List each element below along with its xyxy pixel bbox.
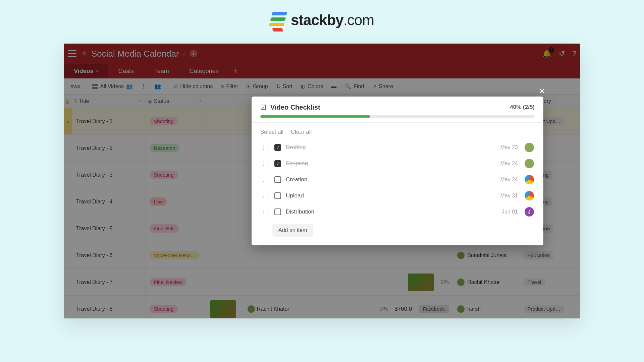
checkbox[interactable] — [274, 192, 281, 199]
drag-handle-icon[interactable]: ⋮⋮ — [261, 161, 270, 167]
due-date: May 23 — [500, 144, 518, 150]
checklist-label[interactable]: Distribution — [286, 208, 497, 215]
checklist-item: ⋮⋮ ✓ Drafting May 23 — [260, 140, 535, 155]
checklist-item: ⋮⋮ Creation May 24 — [260, 172, 535, 187]
brand-logo: stackby.com — [270, 10, 374, 30]
progress-fill — [260, 115, 370, 118]
checklist-item: ⋮⋮ Upload May 31 — [260, 188, 535, 203]
drag-handle-icon[interactable]: ⋮⋮ — [261, 144, 270, 150]
checklist-item: ⋮⋮ ✓ Scripting May 24 — [260, 156, 535, 171]
checklist-icon: ☑ — [260, 103, 266, 111]
checklist-item: ⋮⋮ Distribution Jun 01 J — [260, 204, 535, 219]
checklist-label[interactable]: Drafting — [286, 144, 496, 151]
due-date: Jun 01 — [502, 209, 518, 215]
checklist-modal: ✕ ☑ Video Checklist 40% (2/5) Select all… — [252, 97, 543, 245]
checkbox[interactable]: ✓ — [274, 144, 281, 151]
due-date: May 24 — [500, 177, 518, 183]
checklist-label[interactable]: Upload — [286, 192, 496, 199]
brand-mark-icon — [270, 10, 287, 30]
close-icon[interactable]: ✕ — [539, 86, 545, 96]
progress-bar — [260, 115, 535, 118]
progress-label: 40% (2/5) — [510, 104, 535, 111]
checkbox[interactable]: ✓ — [274, 160, 281, 167]
drag-handle-icon[interactable]: ⋮⋮ — [261, 209, 270, 215]
assignee-avatar[interactable] — [525, 175, 534, 184]
modal-title: Video Checklist — [270, 104, 506, 111]
drag-handle-icon[interactable]: ⋮⋮ — [261, 177, 270, 183]
checklist-items: ⋮⋮ ✓ Drafting May 23 ⋮⋮ ✓ Scripting May … — [260, 140, 535, 219]
assignee-avatar[interactable] — [525, 159, 534, 168]
select-all-button[interactable]: Select all — [260, 129, 283, 135]
checklist-label[interactable]: Creation — [286, 176, 496, 183]
checkbox[interactable] — [274, 176, 281, 183]
assignee-avatar[interactable] — [525, 191, 534, 200]
checklist-label[interactable]: Scripting — [286, 160, 496, 167]
add-item-button[interactable]: Add an item — [272, 224, 313, 237]
due-date: May 31 — [500, 193, 518, 199]
checkbox[interactable] — [274, 208, 281, 215]
drag-handle-icon[interactable]: ⋮⋮ — [261, 193, 270, 199]
due-date: May 24 — [500, 161, 518, 167]
assignee-avatar[interactable] — [525, 143, 534, 152]
assignee-avatar[interactable]: J — [525, 207, 534, 217]
brand-text: stackby.com — [291, 12, 374, 28]
clear-all-button[interactable]: Clear all — [291, 129, 312, 135]
